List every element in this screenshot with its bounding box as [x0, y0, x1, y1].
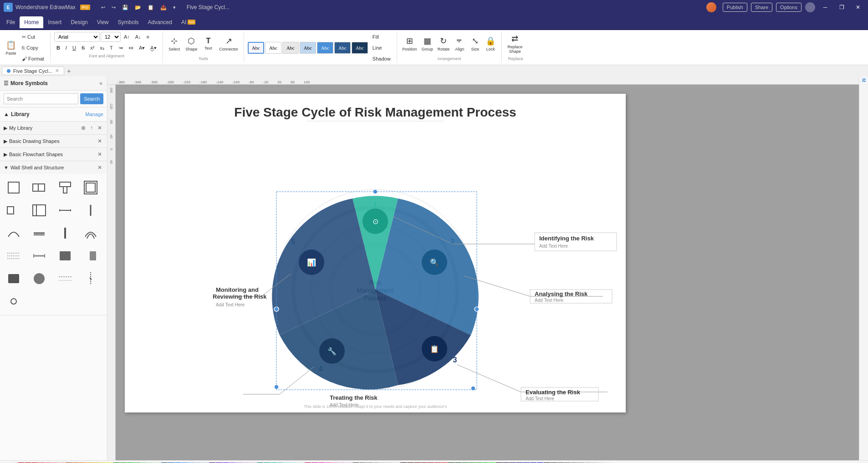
- font-size-select[interactable]: 12: [101, 32, 121, 42]
- text-format-button[interactable]: T: [107, 43, 115, 53]
- align-button[interactable]: ≡: [144, 32, 152, 42]
- library-expand-icon[interactable]: ▲: [4, 111, 9, 117]
- bullet-button[interactable]: •≡: [127, 43, 136, 53]
- redo-button[interactable]: ↪: [110, 4, 117, 11]
- shape-item-17[interactable]: [4, 269, 24, 289]
- basic-flowchart-expand-icon[interactable]: ▶: [4, 152, 7, 158]
- template-button[interactable]: 📋: [146, 4, 156, 11]
- shape-item-13[interactable]: [4, 246, 24, 266]
- wall-shell-close-button[interactable]: ✕: [96, 164, 103, 171]
- style-box-1[interactable]: Abc: [248, 42, 264, 54]
- select-button[interactable]: ⊹ Select: [167, 32, 182, 56]
- add-tab-button[interactable]: +: [64, 67, 73, 75]
- bold-button[interactable]: B: [54, 43, 62, 53]
- font-grow-button[interactable]: A↑: [122, 32, 132, 42]
- menu-item-advanced[interactable]: Advanced: [143, 16, 177, 28]
- list-button[interactable]: ≔: [116, 43, 126, 53]
- export-button[interactable]: 📤: [158, 4, 168, 11]
- strikethrough-button[interactable]: S: [79, 43, 87, 53]
- shape-item-5[interactable]: [4, 200, 24, 220]
- font-color-button[interactable]: A▾: [137, 43, 147, 53]
- menu-item-ai[interactable]: AI hot: [177, 16, 200, 28]
- font-family-select[interactable]: Arial: [54, 32, 100, 42]
- more-button[interactable]: ▾: [171, 4, 178, 11]
- my-library-import-button[interactable]: ↑: [89, 124, 94, 132]
- copy-button[interactable]: ⎘ Copy: [20, 43, 46, 53]
- shape-item-16[interactable]: [81, 246, 101, 266]
- replace-shape-button[interactable]: ⇄ Replace Shape: [505, 32, 524, 56]
- style-box-7[interactable]: Abc: [352, 42, 368, 54]
- shape-item-8[interactable]: [81, 200, 101, 220]
- close-button[interactable]: ✕: [852, 3, 864, 12]
- shape-item-6[interactable]: [29, 200, 49, 220]
- style-box-5[interactable]: Abc: [317, 42, 333, 54]
- menu-item-view[interactable]: View: [92, 16, 113, 28]
- restore-button[interactable]: ❐: [835, 3, 848, 12]
- fill-button[interactable]: Fill: [370, 32, 393, 42]
- shape-item-19[interactable]: [55, 269, 75, 289]
- rotate-button[interactable]: ↻ Rotate: [436, 32, 452, 56]
- manage-button[interactable]: Manage: [85, 112, 103, 117]
- shape-item-9[interactable]: [4, 223, 24, 243]
- search-input[interactable]: [4, 93, 78, 104]
- group-button[interactable]: ▦ Group: [420, 32, 435, 56]
- cut-button[interactable]: ✂ Cut: [20, 32, 46, 42]
- save-button[interactable]: 💾: [120, 4, 130, 11]
- text-button[interactable]: T Text: [201, 32, 215, 56]
- doc-tab[interactable]: Five Stage Cycl... ✕: [2, 66, 64, 75]
- basic-drawing-close-button[interactable]: ✕: [96, 137, 103, 145]
- shape-button[interactable]: ⬡ Shape: [184, 32, 199, 56]
- shape-item-12[interactable]: [81, 223, 101, 243]
- shape-item-21[interactable]: [4, 291, 24, 311]
- search-button[interactable]: Search: [80, 93, 103, 104]
- minimize-button[interactable]: ─: [819, 3, 832, 12]
- open-button[interactable]: 📂: [133, 4, 143, 11]
- size-button[interactable]: ⤡ Size: [468, 32, 482, 56]
- line-button[interactable]: Line: [370, 43, 393, 53]
- canvas-area[interactable]: -380 -340 -300 -260 -220 -180 -140 -100 …: [107, 76, 859, 460]
- my-library-expand-icon[interactable]: ▶: [4, 125, 7, 131]
- my-library-close-button[interactable]: ✕: [96, 124, 103, 132]
- menu-item-insert[interactable]: Insert: [43, 16, 66, 28]
- connector-button[interactable]: ↗ Connector: [217, 32, 240, 56]
- shadow-button[interactable]: Shadow: [370, 54, 393, 64]
- shape-item-10[interactable]: [29, 223, 49, 243]
- shape-item-2[interactable]: [29, 178, 49, 198]
- shape-item-1[interactable]: [4, 178, 24, 198]
- highlight-button[interactable]: A̲▾: [148, 43, 159, 53]
- basic-flowchart-close-button[interactable]: ✕: [96, 151, 103, 158]
- style-box-2[interactable]: Abc: [265, 42, 281, 54]
- panel-collapse-button[interactable]: «: [98, 79, 103, 87]
- shape-item-15[interactable]: [55, 246, 75, 266]
- shape-item-4[interactable]: [81, 178, 101, 198]
- style-box-6[interactable]: Abc: [334, 42, 351, 54]
- shape-item-7[interactable]: [55, 200, 75, 220]
- publish-button[interactable]: Publish: [723, 3, 747, 12]
- position-button[interactable]: ⊞ Position: [401, 32, 419, 56]
- shape-item-14[interactable]: [29, 246, 49, 266]
- shape-item-18[interactable]: [29, 269, 49, 289]
- align-btn[interactable]: ⫧ Align: [452, 32, 467, 56]
- italic-button[interactable]: I: [63, 43, 69, 53]
- undo-button[interactable]: ↩: [99, 4, 107, 11]
- options-button[interactable]: Options: [776, 3, 802, 12]
- superscript-button[interactable]: x²: [88, 43, 97, 53]
- lock-button[interactable]: 🔒 Lock: [483, 32, 498, 56]
- menu-item-file[interactable]: File: [2, 16, 20, 28]
- user-avatar[interactable]: [706, 2, 716, 12]
- menu-item-symbols[interactable]: Symbols: [113, 16, 143, 28]
- style-box-3[interactable]: Abc: [282, 42, 299, 54]
- share-button[interactable]: Share: [751, 3, 772, 12]
- underline-button[interactable]: U: [70, 43, 78, 53]
- menu-item-design[interactable]: Design: [66, 16, 92, 28]
- basic-drawing-expand-icon[interactable]: ▶: [4, 138, 7, 144]
- style-box-4[interactable]: Abc: [300, 42, 316, 54]
- subscript-button[interactable]: x₂: [97, 43, 107, 53]
- shape-item-20[interactable]: [81, 269, 101, 289]
- menu-item-home[interactable]: Home: [20, 16, 43, 28]
- wall-shell-expand-icon[interactable]: ▼: [4, 165, 9, 170]
- shape-item-11[interactable]: [55, 223, 75, 243]
- font-shrink-button[interactable]: A↓: [133, 32, 143, 42]
- canvas-content[interactable]: Five Stage Cycle of Risk Management Proc…: [116, 85, 859, 460]
- my-library-add-button[interactable]: ⊕: [80, 124, 87, 132]
